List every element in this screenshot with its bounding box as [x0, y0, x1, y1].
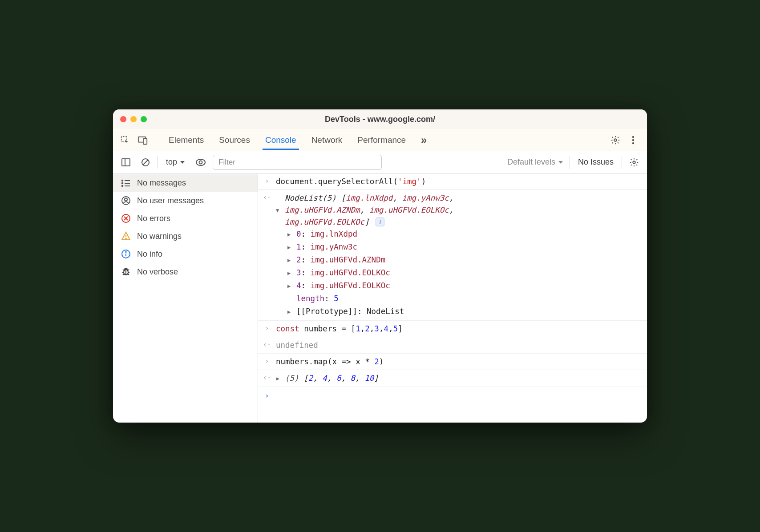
context-label: top	[166, 157, 177, 167]
list-item[interactable]: ▶3: img.uHGFVd.EOLKOc	[287, 266, 643, 279]
device-toggle-icon[interactable]	[135, 133, 150, 148]
more-tabs-icon[interactable]: »	[418, 129, 429, 151]
svg-point-16	[122, 180, 123, 181]
console-output-row[interactable]: ‹· ▶NodeList(5) [img.lnXdpd, img.yAnw3c,…	[258, 190, 647, 321]
divider	[570, 156, 570, 169]
levels-label: Default levels	[507, 157, 555, 167]
console-code: document.querySelectorAll('img')	[276, 176, 643, 187]
panel-tabs: Elements Sources Console Network Perform…	[166, 129, 429, 151]
list-icon	[121, 179, 131, 188]
console-body: No messages No user messages No errors N…	[113, 173, 647, 423]
console-settings-icon[interactable]	[627, 155, 642, 170]
issues-button[interactable]: No Issues	[574, 157, 617, 167]
input-prompt-icon: ›	[263, 176, 271, 186]
svg-rect-2	[143, 138, 147, 144]
svg-line-35	[123, 274, 124, 275]
sidebar-label: No user messages	[137, 196, 204, 206]
svg-point-12	[633, 161, 635, 164]
traffic-lights	[120, 116, 147, 122]
svg-line-36	[128, 274, 129, 275]
svg-line-34	[128, 270, 129, 270]
kebab-menu-icon[interactable]	[626, 133, 641, 148]
console-input-row[interactable]: › numbers.map(x => x * 2)	[258, 354, 647, 370]
sidebar-label: No warnings	[137, 232, 182, 241]
svg-point-25	[125, 238, 126, 239]
close-window-button[interactable]	[120, 116, 126, 122]
console-result: ▶NodeList(5) [img.lnXdpd, img.yAnw3c, ▼i…	[276, 192, 643, 318]
error-icon	[121, 214, 131, 223]
sidebar-item-verbose[interactable]: No verbose	[113, 263, 258, 281]
minimize-window-button[interactable]	[130, 116, 137, 122]
tab-performance[interactable]: Performance	[355, 130, 408, 150]
svg-point-18	[122, 185, 123, 186]
svg-point-5	[632, 139, 634, 141]
message-sidebar: No messages No user messages No errors N…	[113, 173, 258, 423]
clear-console-icon[interactable]	[138, 155, 153, 170]
list-item[interactable]: ▶0: img.lnXdpd	[287, 228, 643, 241]
tab-elements[interactable]: Elements	[166, 130, 206, 150]
filter-input[interactable]	[213, 155, 382, 170]
svg-point-17	[122, 182, 123, 184]
input-prompt-icon: ›	[263, 356, 271, 367]
console-toolbar: top Default levels No Issues	[113, 151, 647, 173]
svg-point-3	[614, 139, 617, 141]
titlebar: DevTools - www.google.com/	[113, 109, 647, 129]
settings-icon[interactable]	[608, 133, 623, 148]
sidebar-label: No messages	[137, 178, 186, 188]
list-item[interactable]: ▶length: 5	[287, 292, 643, 305]
nodelist-expansion: ▶0: img.lnXdpd ▶1: img.yAnw3c ▶2: img.uH…	[287, 228, 643, 318]
window-title: DevTools - www.google.com/	[113, 115, 647, 124]
list-item[interactable]: ▶2: img.uHGFVd.AZNDm	[287, 254, 643, 266]
divider	[156, 133, 156, 147]
console-input-row[interactable]: › const numbers = [1,2,3,4,5]	[258, 321, 647, 337]
output-icon: ‹·	[263, 192, 271, 203]
sidebar-item-warnings[interactable]: No warnings	[113, 227, 258, 245]
user-icon	[121, 196, 131, 206]
toggle-sidebar-icon[interactable]	[118, 155, 133, 170]
console-code: numbers.map(x => x * 2)	[276, 356, 643, 367]
svg-point-20	[125, 198, 127, 201]
info-chip-icon[interactable]: i	[376, 218, 384, 226]
tab-sources[interactable]: Sources	[216, 130, 253, 150]
list-item[interactable]: ▶1: img.yAnw3c	[287, 241, 643, 254]
console-output-row[interactable]: ‹· undefined	[258, 337, 647, 354]
list-item[interactable]: ▶[[Prototype]]: NodeList	[287, 305, 643, 318]
info-icon	[121, 249, 131, 259]
sidebar-item-errors[interactable]: No errors	[113, 210, 258, 227]
divider	[622, 156, 622, 169]
context-selector[interactable]: top	[162, 156, 189, 169]
console-input-row[interactable]: › document.querySelectorAll('img')	[258, 173, 647, 190]
svg-point-6	[632, 142, 634, 144]
list-item[interactable]: ▶4: img.uHGFVd.EOLKOc	[287, 279, 643, 292]
svg-point-11	[199, 161, 202, 164]
output-icon: ‹·	[263, 372, 271, 383]
log-levels-selector[interactable]: Default levels	[505, 157, 565, 167]
sidebar-label: No verbose	[137, 267, 178, 277]
svg-point-4	[632, 136, 634, 137]
input-prompt-icon: ›	[263, 323, 271, 334]
sidebar-item-messages[interactable]: No messages	[113, 174, 258, 192]
devtools-window: DevTools - www.google.com/ Elements Sour…	[113, 109, 647, 423]
output-icon: ‹·	[263, 339, 271, 350]
zoom-window-button[interactable]	[141, 116, 147, 122]
warning-icon	[121, 231, 131, 241]
console-prompt[interactable]: ›	[258, 387, 647, 405]
svg-point-28	[125, 252, 126, 253]
sidebar-item-user[interactable]: No user messages	[113, 192, 258, 210]
undefined-result: undefined	[276, 341, 318, 350]
console-output: › document.querySelectorAll('img') ‹· ▶N…	[258, 173, 647, 423]
console-output-row[interactable]: ‹· ▶(5) [2, 4, 6, 8, 10]	[258, 370, 647, 387]
sidebar-label: No info	[137, 250, 162, 259]
tab-network[interactable]: Network	[309, 130, 345, 150]
svg-line-33	[123, 270, 124, 270]
sidebar-label: No errors	[137, 214, 170, 223]
chevron-down-icon	[558, 160, 563, 165]
live-expression-icon[interactable]	[193, 155, 208, 170]
chevron-down-icon	[180, 160, 185, 165]
console-code: const numbers = [1,2,3,4,5]	[276, 323, 643, 335]
svg-rect-7	[122, 159, 130, 166]
divider	[158, 156, 158, 169]
sidebar-item-info[interactable]: No info	[113, 245, 258, 263]
inspect-element-icon[interactable]	[117, 133, 133, 148]
tab-console[interactable]: Console	[263, 130, 299, 150]
